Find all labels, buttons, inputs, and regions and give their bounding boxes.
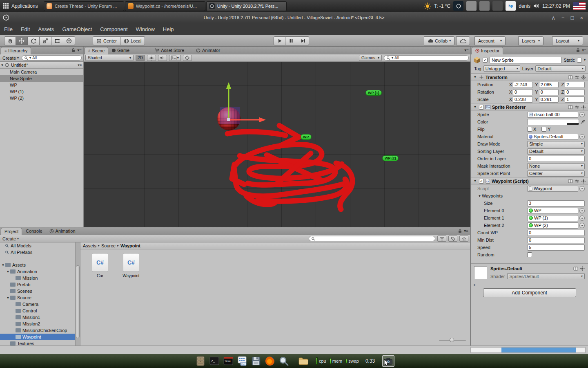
panel-menu-icon[interactable]: ▾≡ (582, 48, 586, 52)
layers-dropdown[interactable]: Layers▾ (518, 36, 543, 45)
tree-folder-waypoint[interactable]: Waypoint (0, 334, 75, 340)
speed-field[interactable]: 5 (527, 245, 585, 251)
favorite-all-prefabs[interactable]: All Prefabs (0, 249, 75, 256)
tree-folder-mission3[interactable]: Mission3ChickenCoop (0, 327, 75, 334)
scene-row-menu-icon[interactable]: ▾≡ (78, 63, 82, 67)
swap-monitor[interactable]: swap (345, 359, 359, 364)
rotate-tool-button[interactable] (28, 36, 40, 45)
step-button[interactable] (297, 36, 309, 45)
script-enabled-checkbox[interactable]: ✓ (479, 179, 484, 184)
tag-dropdown[interactable]: Untagged▾ (483, 65, 520, 72)
object-picker-icon[interactable] (579, 186, 585, 191)
taskbar-window-unity[interactable]: Unity - Unity 2018.2.7f1 Pers... (206, 1, 287, 11)
asset-waypoint-script[interactable]: C# Waypoint (118, 253, 144, 278)
search-by-type-button[interactable] (437, 236, 446, 242)
panel-menu-icon[interactable]: ▾≡ (464, 229, 468, 233)
menu-window[interactable]: Window (132, 23, 159, 35)
tab-animation[interactable]: Animation (46, 227, 79, 235)
hierarchy-create-button[interactable]: Create▾ (2, 56, 20, 61)
project-search[interactable] (309, 236, 435, 241)
tree-folder-source[interactable]: ▼Source (0, 294, 75, 301)
cpu-monitor[interactable]: cpu (316, 357, 326, 365)
project-create-button[interactable]: Create▾ (2, 236, 20, 241)
breadcrumb-assets[interactable]: Assets (83, 243, 96, 248)
eyedropper-icon[interactable] (580, 120, 585, 124)
weather-icon[interactable] (424, 2, 431, 10)
position-x-field[interactable]: -2.743 (513, 82, 533, 88)
tray-tile[interactable] (479, 1, 490, 11)
2d-toggle[interactable]: 2D (136, 55, 145, 61)
scale-x-field[interactable]: 0.238 (513, 96, 533, 103)
hp-device-icon[interactable]: hp (506, 1, 516, 11)
menu-file[interactable]: File (0, 23, 17, 35)
key-config-icon[interactable]: Ctrl (237, 356, 247, 366)
waypoint-scene-label[interactable]: WP (301, 134, 312, 140)
waypoints-foldout[interactable]: ▼Waypoints (471, 192, 588, 200)
hierarchy-item-main-camera[interactable]: Main Camera (0, 69, 83, 75)
taskbar-window-forum[interactable]: Create Thread - Unity Forum ... (44, 1, 124, 11)
transform-component-header[interactable]: ▼ Transform (471, 73, 588, 81)
sorting-layer-dropdown[interactable]: Default▾ (527, 148, 585, 155)
cloud-services-button[interactable] (456, 36, 470, 45)
unity-tray-icon[interactable] (453, 1, 463, 11)
tab-asset-store[interactable]: Asset Store (151, 47, 187, 54)
sprite-sort-point-dropdown[interactable]: Center▾ (527, 171, 585, 177)
static-checkbox[interactable] (577, 58, 582, 63)
tree-folder-prefab[interactable]: Prefab (0, 281, 75, 288)
rotation-x-field[interactable]: 0 (513, 89, 533, 95)
layer-dropdown[interactable]: Default▾ (535, 65, 586, 72)
rotation-y-field[interactable]: 0 (539, 89, 559, 95)
shader-dropdown[interactable]: Sprites/Default▾ (507, 273, 585, 279)
menu-assets[interactable]: Assets (34, 23, 58, 35)
project-tree-scrollbar[interactable] (75, 242, 80, 346)
breadcrumb-waypoint[interactable]: Waypoint (120, 243, 140, 248)
object-picker-icon[interactable] (579, 134, 585, 139)
tab-project[interactable]: Project (1, 228, 22, 235)
sprite-renderer-header[interactable]: ▼ ✓ Sprite Renderer (471, 103, 588, 111)
firefox-icon[interactable] (265, 356, 275, 366)
xterm-icon[interactable]: TERM (223, 356, 234, 366)
gizmo-center-handle[interactable] (227, 118, 230, 121)
tree-folder-mission1[interactable]: Mission1 (0, 314, 75, 321)
element-1-object-field[interactable]: WP (1) (527, 215, 578, 221)
move-tool-button[interactable] (16, 36, 28, 45)
scene-search[interactable]: ▾All (384, 55, 469, 61)
file-manager-icon[interactable] (298, 356, 309, 366)
gear-icon[interactable] (581, 105, 586, 110)
element-2-object-field[interactable]: WP (2) (527, 222, 578, 229)
flip-y-checkbox[interactable] (541, 127, 546, 132)
sprite-object-field[interactable]: disco-ball-00 (527, 112, 578, 118)
position-y-field[interactable]: 2.085 (539, 82, 559, 88)
menu-edit[interactable]: Edit (17, 23, 34, 35)
order-in-layer-field[interactable]: 0 (527, 156, 585, 162)
terminal-icon[interactable]: >_ (209, 356, 220, 366)
tree-folder-control[interactable]: Control (0, 307, 75, 314)
shading-mode-dropdown[interactable]: Shaded▾ (85, 55, 134, 61)
element-0-object-field[interactable]: WP (527, 208, 578, 214)
presets-icon[interactable] (575, 105, 579, 110)
tree-folder-scenes[interactable]: Scenes (0, 288, 75, 294)
size-field[interactable]: 3 (527, 200, 585, 206)
gameobject-name-field[interactable]: New Sprite (490, 57, 561, 63)
maximize-button[interactable]: □ (571, 15, 574, 21)
menu-gameobject[interactable]: GameObject (58, 23, 96, 35)
menu-component[interactable]: Component (96, 23, 131, 35)
scene-viewport[interactable]: WP (1) WP WP (2) (84, 62, 470, 227)
slider-knob[interactable] (450, 338, 454, 342)
sprite-renderer-enabled-checkbox[interactable]: ✓ (479, 105, 484, 110)
space-button[interactable]: Local (120, 36, 145, 45)
active-checkbox[interactable]: ✓ (483, 58, 488, 63)
hierarchy-item-wp1[interactable]: WP (1) (0, 88, 83, 95)
applications-menu[interactable]: Applications (0, 0, 43, 12)
asset-car-script[interactable]: C# Car (87, 253, 113, 278)
lighting-toggle[interactable] (147, 55, 156, 61)
gear-icon[interactable] (581, 179, 586, 184)
tree-folder-animation[interactable]: ▼Animation (0, 268, 75, 275)
tab-inspector[interactable]: Inspector (472, 47, 503, 54)
mask-interaction-dropdown[interactable]: None▾ (527, 163, 585, 169)
scale-tool-button[interactable] (40, 36, 51, 45)
camera-settings-button[interactable] (183, 55, 192, 61)
layout-dropdown[interactable]: Layout▾ (552, 36, 583, 45)
file-cabinet-icon[interactable] (195, 356, 206, 366)
taskbar-window-editor[interactable]: Waypoint.cs - /home/denis/U... (125, 1, 205, 11)
